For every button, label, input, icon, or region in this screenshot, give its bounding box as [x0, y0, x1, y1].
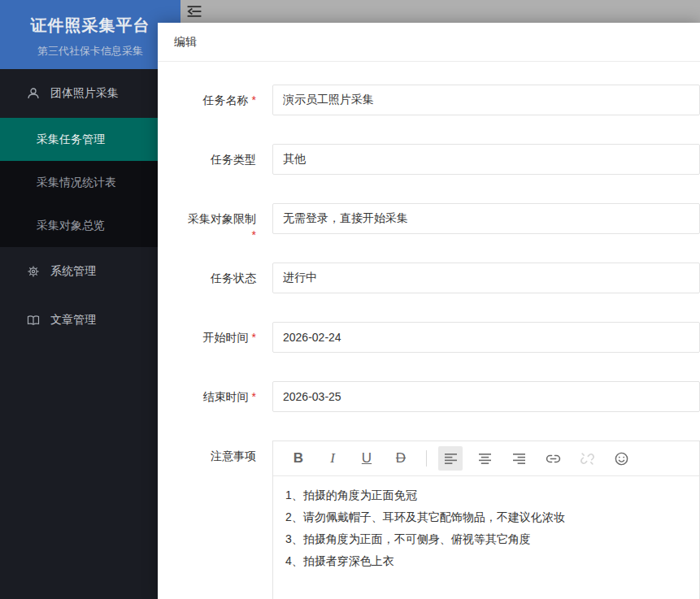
target-restriction-input[interactable] — [272, 203, 700, 234]
sidebar-item-task-management[interactable]: 采集任务管理 — [0, 118, 158, 161]
task-status-label: 任务状态 — [183, 263, 256, 286]
task-name-input[interactable] — [272, 85, 700, 115]
form-row-end-time: 结束时间* — [158, 381, 700, 412]
sidebar-item-target-overview[interactable]: 采集对象总览 — [0, 204, 158, 247]
sidebar-item-articles[interactable]: 文章管理 — [0, 296, 158, 345]
task-type-label: 任务类型 — [183, 144, 256, 167]
edit-form: 任务名称* 任务类型 采集对象限制* 任务状态 开始时间* 结束时间* 注意事项 — [158, 62, 700, 599]
unlink-icon[interactable] — [575, 446, 599, 471]
sidebar-item-group-photo[interactable]: 团体照片采集 — [0, 69, 158, 118]
app-subtitle: 第三代社保卡信息采集 — [0, 44, 180, 59]
form-row-notes: 注意事项 B I U D — [158, 441, 700, 599]
app-title: 证件照采集平台 — [0, 15, 180, 37]
italic-button[interactable]: I — [320, 446, 345, 471]
sidebar-submenu: 采集任务管理 采集情况统计表 采集对象总览 — [0, 118, 158, 247]
required-mark: * — [252, 331, 256, 344]
notes-line: 2、请勿佩戴帽子、耳环及其它配饰物品，不建议化浓妆 — [285, 506, 687, 528]
strikethrough-button[interactable]: D — [389, 446, 413, 471]
sidebar-item-label: 文章管理 — [50, 313, 96, 328]
align-left-icon[interactable] — [438, 446, 463, 471]
form-row-task-status: 任务状态 — [158, 263, 700, 293]
emoji-icon[interactable] — [609, 446, 633, 471]
form-row-task-type: 任务类型 — [158, 144, 700, 175]
link-icon[interactable] — [541, 446, 565, 471]
app-logo: 证件照采集平台 第三代社保卡信息采集 — [0, 0, 180, 69]
task-status-input[interactable] — [272, 263, 700, 293]
required-mark: * — [252, 390, 256, 403]
end-time-input[interactable] — [272, 381, 700, 412]
notes-editor-content[interactable]: 1、拍摄的角度为正面免冠 2、请勿佩戴帽子、耳环及其它配饰物品，不建议化浓妆 3… — [273, 476, 699, 599]
sidebar-item-system[interactable]: 系统管理 — [0, 247, 158, 296]
sidebar: 团体照片采集 采集任务管理 采集情况统计表 采集对象总览 — [0, 69, 158, 599]
bold-button[interactable]: B — [286, 446, 311, 471]
sidebar-item-label: 系统管理 — [50, 264, 96, 279]
underline-button[interactable]: U — [354, 446, 379, 471]
sidebar-subitem-label: 采集任务管理 — [37, 132, 105, 145]
rich-text-editor: B I U D — [272, 441, 700, 599]
user-icon — [27, 87, 40, 100]
align-center-icon[interactable] — [472, 446, 497, 471]
notes-line: 3、拍摄角度为正面，不可侧身、俯视等其它角度 — [285, 528, 687, 550]
sidebar-item-statistics[interactable]: 采集情况统计表 — [0, 161, 158, 204]
notes-line: 1、拍摄的角度为正面免冠 — [285, 484, 687, 506]
book-icon — [27, 314, 40, 327]
notes-label: 注意事项 — [183, 441, 256, 464]
form-row-target-restriction: 采集对象限制* — [158, 203, 700, 234]
edit-dialog: 编辑 任务名称* 任务类型 采集对象限制* 任务状态 开始时间* 结束时间* 注 — [158, 23, 700, 599]
start-time-input[interactable] — [272, 322, 700, 353]
collapse-menu-icon[interactable] — [186, 3, 202, 20]
form-row-start-time: 开始时间* — [158, 322, 700, 353]
required-mark: * — [252, 93, 256, 106]
sidebar-subitem-label: 采集情况统计表 — [37, 176, 116, 189]
dialog-title: 编辑 — [158, 23, 700, 62]
required-mark: * — [252, 228, 256, 241]
notes-line: 4、拍摄者穿深色上衣 — [285, 550, 687, 572]
end-time-label: 结束时间* — [183, 381, 256, 405]
task-type-input[interactable] — [272, 144, 700, 175]
editor-toolbar: B I U D — [273, 441, 699, 476]
task-name-label: 任务名称* — [183, 85, 256, 108]
align-right-icon[interactable] — [507, 446, 531, 471]
gear-icon — [27, 265, 40, 278]
target-restriction-label: 采集对象限制* — [183, 203, 256, 243]
sidebar-item-label: 团体照片采集 — [50, 86, 119, 101]
form-row-task-name: 任务名称* — [158, 85, 700, 115]
toolbar-divider — [426, 450, 427, 467]
start-time-label: 开始时间* — [183, 322, 256, 345]
sidebar-subitem-label: 采集对象总览 — [37, 219, 105, 232]
